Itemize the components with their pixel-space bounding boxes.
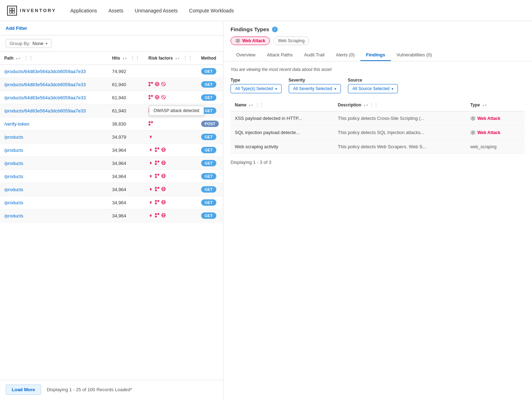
svg-rect-61 [155, 200, 157, 202]
path-cell[interactable]: /products [0, 196, 108, 209]
path-drag-handle[interactable]: ⋮⋮ [23, 55, 33, 61]
method-cell: GET [197, 78, 223, 91]
ft-desc-drag-handle[interactable]: ⋮⋮ [370, 102, 378, 107]
risk-cell [144, 183, 197, 196]
tab-alerts[interactable]: Alerts (0) [330, 49, 360, 61]
cancel-icon [161, 95, 166, 101]
group-by-label: Group By: [10, 41, 31, 46]
owasp-icon [155, 200, 160, 206]
ft-type-sort-icon[interactable]: ▲▼ [482, 104, 487, 106]
hits-drag-handle[interactable]: ⋮⋮ [130, 55, 140, 61]
severity-filter-label: Severity [289, 78, 341, 83]
svg-line-19 [162, 96, 165, 98]
hits-sort-icon[interactable]: ▲▼ [122, 57, 127, 60]
severity-filter-chevron-icon: ▾ [334, 87, 336, 91]
svg-rect-70 [155, 216, 157, 217]
owasp-icon [155, 173, 160, 179]
svg-rect-42 [155, 163, 157, 165]
path-cell[interactable]: /products/64d83e564a3dcb6059aa7e33 [0, 91, 108, 104]
add-filter-button[interactable]: Add Filter [6, 26, 27, 31]
ft-desc-sort-icon[interactable]: ▲▼ [364, 104, 368, 106]
table-row: /products/64d83e564a3dcb6059aa7e3374,992… [0, 65, 223, 78]
method-badge: GET [201, 186, 216, 193]
tab-findings[interactable]: Findings [360, 49, 391, 61]
left-displaying-text: Displaying 1 - 25 of 100 Records Loaded* [47, 387, 132, 392]
table-row: /products/64d83e564a3dcb6059aa7e3361,940… [0, 78, 223, 91]
ft-desc-header: Description [338, 102, 361, 107]
tab-attack-paths[interactable]: Attack Paths [261, 49, 298, 61]
severity-filter-select[interactable]: All Severity Selected ▾ [289, 84, 341, 93]
risk-sort-icon[interactable]: ▲▼ [175, 57, 180, 60]
svg-point-31 [150, 137, 151, 138]
svg-rect-2 [10, 11, 12, 13]
ft-name-header: Name [235, 102, 246, 107]
globe-icon [161, 213, 166, 219]
web-attack-type-icon: 🕸️ [470, 116, 476, 121]
risk-col-header: Risk factors [148, 56, 173, 61]
svg-rect-47 [155, 174, 157, 176]
svg-rect-1 [12, 8, 15, 10]
owasp-icon [148, 82, 153, 88]
asset-info-text: You are viewing the most recent data abo… [231, 67, 525, 72]
risk-cell [144, 196, 197, 209]
svg-rect-55 [157, 187, 159, 189]
tab-vulnerabilities[interactable]: Vulnerabilities (0) [391, 49, 438, 61]
svg-rect-13 [151, 95, 153, 97]
hits-cell: 34,964 [108, 144, 144, 157]
svg-rect-5 [151, 82, 153, 84]
nav-compute-workloads[interactable]: Compute Workloads [189, 6, 234, 15]
path-cell[interactable]: /products [0, 209, 108, 222]
risk-drag-handle[interactable]: ⋮⋮ [183, 55, 193, 61]
type-filter-chevron-icon: ▾ [275, 87, 277, 91]
path-cell[interactable]: /products/64d83e564a3dcb6059aa7e33 [0, 104, 108, 117]
nav-applications[interactable]: Applications [70, 6, 97, 15]
findings-table-row: SQL injection payload detecte...This pol… [231, 126, 525, 140]
logo-area: INVENTORY [7, 6, 56, 16]
type-filter-select[interactable]: All Type(s) Selected ▾ [231, 84, 282, 93]
table-row: /products34,964GET [0, 196, 223, 209]
type-filter-value: All Type(s) Selected [235, 86, 273, 91]
path-cell[interactable]: /products/64d83e564a3dcb6059aa7e33 [0, 78, 108, 91]
method-cell: GET [197, 196, 223, 209]
tab-overview[interactable]: Overview [231, 49, 261, 61]
web-attack-type: 🕸️Web Attack [470, 130, 521, 135]
path-cell[interactable]: /products [0, 157, 108, 170]
svg-rect-68 [155, 213, 157, 215]
path-cell[interactable]: /products [0, 144, 108, 157]
method-badge: POST [201, 121, 219, 127]
path-cell[interactable]: /products [0, 131, 108, 144]
group-by-select[interactable]: Group By: None ▾ [6, 39, 51, 48]
nav-unmanaged-assets[interactable]: Unmanaged Assets [135, 6, 178, 15]
source-filter-label: Source [348, 78, 398, 83]
path-cell[interactable]: /products [0, 183, 108, 196]
info-icon[interactable]: i [272, 27, 278, 32]
method-badge: GET [201, 160, 216, 166]
web-scraping-badge[interactable]: Web Scraping [273, 37, 309, 45]
load-more-button[interactable]: Load More [6, 384, 41, 395]
hits-cell: 34,964 [108, 183, 144, 196]
globe-icon [161, 200, 166, 206]
path-sort-icon[interactable]: ▲▼ [16, 57, 21, 60]
hits-cell: 61,940 [108, 104, 144, 117]
ft-name-sort-icon[interactable]: ▲▼ [249, 104, 254, 106]
ft-name-drag-handle[interactable]: ⋮⋮ [255, 102, 264, 107]
source-filter-select[interactable]: All Source Selected ▾ [348, 84, 398, 93]
path-cell[interactable]: /products/64d83e564a3dcb6059aa7e33 [0, 65, 108, 78]
globe-icon [155, 95, 160, 101]
nav-assets[interactable]: Assets [109, 6, 123, 15]
svg-rect-29 [151, 121, 153, 123]
findings-table-row: XSS payload detected in HTTP...This poli… [231, 111, 525, 126]
tab-audit-trail[interactable]: Audit Trail [298, 49, 330, 61]
cancel-icon [161, 82, 166, 88]
risk-cell: OWASP attack detected [144, 104, 197, 117]
web-attack-badge[interactable]: 🕸️ Web Attack [231, 37, 270, 45]
svg-rect-40 [155, 161, 157, 162]
hits-col-header: Hits [112, 56, 120, 61]
risk-cell [144, 78, 197, 91]
fire-icon [148, 160, 153, 166]
finding-name-cell: XSS payload detected in HTTP... [231, 111, 334, 126]
path-cell[interactable]: /products [0, 170, 108, 183]
risk-cell [144, 131, 197, 144]
risk-cell [144, 91, 197, 104]
path-cell[interactable]: /verify-token [0, 117, 108, 131]
